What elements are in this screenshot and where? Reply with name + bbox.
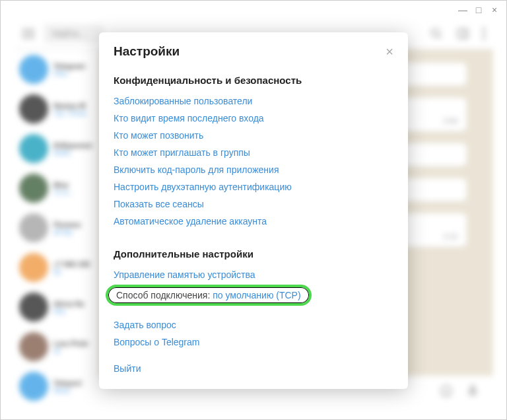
additional-section: Дополнительные настройки Управление памя… bbox=[99, 242, 408, 389]
two-step-link[interactable]: Настроить двухэтапную аутентификацию bbox=[114, 178, 393, 195]
last-seen-link[interactable]: Кто видит время последнего входа bbox=[114, 110, 393, 127]
connection-type-highlight: Способ подключения: по умолчанию (TCP) bbox=[106, 285, 312, 306]
window-minimize[interactable]: — bbox=[457, 5, 468, 15]
auto-delete-link[interactable]: Автоматическое удаление аккаунта bbox=[114, 213, 393, 230]
faq-link[interactable]: Вопросы о Telegram bbox=[114, 333, 393, 351]
close-icon[interactable]: × bbox=[386, 45, 393, 58]
connection-type-link[interactable]: Способ подключения: по умолчанию (TCP) bbox=[116, 290, 301, 300]
window-controls: — □ × bbox=[457, 5, 500, 15]
connection-value: по умолчанию (TCP) bbox=[213, 290, 300, 300]
window-maximize[interactable]: □ bbox=[473, 5, 484, 15]
group-invite-link[interactable]: Кто может приглашать в группы bbox=[114, 144, 393, 161]
window-close[interactable]: × bbox=[489, 5, 500, 15]
modal-overlay: Настройки × Конфиденциальность и безопас… bbox=[14, 18, 493, 406]
modal-title: Настройки bbox=[114, 44, 180, 59]
logout-link[interactable]: Выйти bbox=[114, 360, 393, 377]
section-title-additional: Дополнительные настройки bbox=[114, 248, 393, 260]
settings-modal: Настройки × Конфиденциальность и безопас… bbox=[99, 32, 408, 389]
who-can-call-link[interactable]: Кто может позвонить bbox=[114, 127, 393, 144]
ask-question-link[interactable]: Задать вопрос bbox=[114, 316, 393, 333]
modal-header: Настройки × bbox=[99, 32, 408, 68]
blocked-users-link[interactable]: Заблокированные пользователи bbox=[114, 92, 393, 110]
memory-link[interactable]: Управление памятью устройства bbox=[114, 266, 393, 283]
privacy-section: Конфиденциальность и безопасность Заблок… bbox=[99, 68, 408, 242]
connection-prefix: Способ подключения: bbox=[116, 290, 213, 300]
sessions-link[interactable]: Показать все сеансы bbox=[114, 195, 393, 213]
window-frame: — □ × Найти... TelegramFiles Nastya MTyp… bbox=[0, 0, 507, 420]
passcode-link[interactable]: Включить код-пароль для приложения bbox=[114, 161, 393, 178]
section-title-privacy: Конфиденциальность и безопасность bbox=[114, 75, 393, 86]
